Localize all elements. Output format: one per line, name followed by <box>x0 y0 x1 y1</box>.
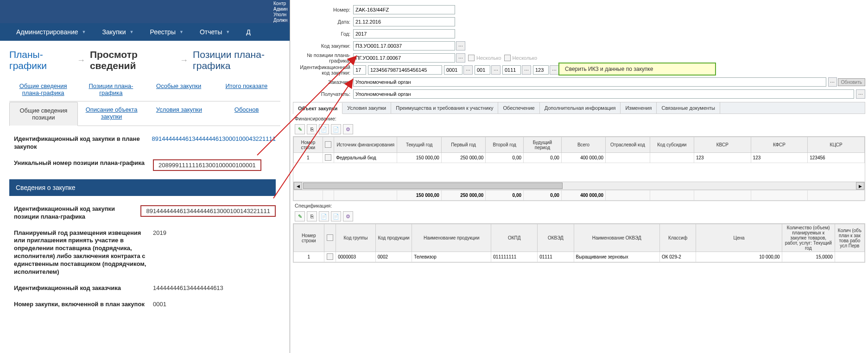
label-unique-num: Уникальный номер позиции плана-графика <box>14 159 153 171</box>
totals-row: 150 000,00 250 000,00 0,00 0,00 400 000,… <box>294 190 865 201</box>
row-checkbox[interactable] <box>327 253 333 260</box>
position-tabs: Общие сведения позиции Описание объекта … <box>9 101 280 126</box>
tab-justification[interactable]: Обоснов <box>213 101 280 126</box>
tab-positions[interactable]: Позиции плана-графика <box>77 78 145 101</box>
tab-changes[interactable]: Изменения <box>621 102 657 113</box>
horizontal-scrollbar[interactable]: ◀ ▶ <box>293 182 865 190</box>
lookup-icon[interactable]: ⋯ <box>522 65 531 75</box>
lookup-icon[interactable]: ⋯ <box>828 77 837 87</box>
lookup-icon[interactable]: ⋯ <box>456 41 465 50</box>
tab-totals[interactable]: Итого показате <box>213 78 280 101</box>
customer-field[interactable] <box>353 77 826 87</box>
purchase-code-field[interactable] <box>353 41 455 50</box>
doc-icon[interactable]: 📄 <box>331 124 341 134</box>
menu-otchety[interactable]: Отчеты▼ <box>200 28 230 36</box>
date-field[interactable] <box>353 17 455 26</box>
scroll-left-icon[interactable]: ◀ <box>294 182 302 189</box>
section-purchase-info: Сведения о закупке <box>9 179 276 196</box>
value-purchase-num: 0001 <box>153 301 166 309</box>
scroll-right-icon[interactable]: ▶ <box>856 182 864 189</box>
col-industry: Отраслевой код <box>606 137 650 153</box>
ikz-part-6[interactable] <box>533 65 549 75</box>
financing-title: Финансирование: <box>293 114 865 122</box>
chevron-down-icon: ▼ <box>129 30 133 34</box>
lookup-icon[interactable]: ⋯ <box>463 65 473 75</box>
label-recipient: Получатель: <box>293 91 353 97</box>
menu-more[interactable]: Д <box>246 28 250 36</box>
tab-general-position[interactable]: Общие сведения позиции <box>9 102 78 126</box>
ikz-part-3[interactable] <box>444 65 463 75</box>
lookup-icon[interactable]: ⋯ <box>456 53 465 63</box>
scroll-thumb[interactable] <box>303 183 563 189</box>
doc-icon[interactable]: 📄 <box>331 211 341 221</box>
menu-reestry[interactable]: Реестры▼ <box>150 28 183 36</box>
label-number: Номер: <box>293 7 353 13</box>
col-total: Всего <box>561 137 605 153</box>
gear-icon[interactable]: ⚙ <box>343 211 353 221</box>
doc-icon[interactable]: 📄 <box>319 124 329 134</box>
spec-title: Спецификация: <box>293 201 865 209</box>
value-unique-num: 20899911111161300100000100001 <box>153 159 261 171</box>
menu-admin[interactable]: Администрирование▼ <box>16 28 86 36</box>
user-info-strip: Контр Админ Уполн Должн <box>0 0 290 23</box>
tab-general-plan[interactable]: Общие сведения плана-графика <box>9 78 77 101</box>
tab-object-desc[interactable]: Описание объекта закупки <box>78 101 146 126</box>
col-okved-name: Наименование ОКВЭД <box>574 224 659 252</box>
refresh-button[interactable]: Обновить <box>838 78 865 86</box>
lookup-icon[interactable]: ⋯ <box>856 89 865 99</box>
value-planned-year: 2019 <box>153 229 166 276</box>
col-product-code: Код продукции <box>375 224 412 252</box>
tab-special[interactable]: Особые закупки <box>145 78 213 101</box>
edit-icon[interactable]: ✎ <box>295 211 305 221</box>
chevron-down-icon: ▼ <box>226 30 230 34</box>
label-purchase-code: Код закупки: <box>293 43 353 49</box>
spec-grid: Номер строки Код группы Код продукции На… <box>293 223 865 263</box>
position-num-field[interactable] <box>353 53 455 63</box>
recipient-field[interactable] <box>353 89 854 99</box>
table-row[interactable]: 1 Федеральный бюд 150 000,00 250 000,00 … <box>294 153 865 163</box>
tab-security[interactable]: Обеспечение <box>498 102 539 113</box>
chevron-down-icon: ▼ <box>179 30 184 34</box>
tab-related-docs[interactable]: Связанные документы <box>657 102 720 113</box>
col-current-year: Текущий год <box>397 137 441 153</box>
col-okved: ОКВЭД <box>538 224 574 252</box>
ikz-part-1[interactable] <box>353 65 366 75</box>
gear-icon[interactable]: ⚙ <box>343 124 353 134</box>
multi-checkbox-2[interactable]: Несколько <box>504 55 538 61</box>
number-field[interactable] <box>353 5 455 14</box>
edit-icon[interactable]: ✎ <box>295 124 305 134</box>
copy-icon[interactable]: ⎘ <box>307 211 317 221</box>
ikz-part-4[interactable] <box>475 65 490 75</box>
select-all-checkbox[interactable] <box>327 234 333 241</box>
breadcrumb-view: Просмотр сведений <box>90 49 175 71</box>
breadcrumb-plans[interactable]: Планы-графики <box>9 49 72 71</box>
financing-grid: Номер строки Источник финансирования Тек… <box>293 136 865 201</box>
financing-toolbar: ✎ ⎘ 📄 📄 ⚙ <box>293 122 865 136</box>
year-field[interactable] <box>353 29 455 38</box>
value-ikz-plan[interactable]: 8914444444613444444613000100043221111 <box>152 135 276 151</box>
tab-conditions[interactable]: Условия закупки <box>342 102 391 113</box>
ikz-part-2[interactable] <box>368 65 442 75</box>
col-classifier: Классиф <box>659 224 696 252</box>
col-kfsr: КФСР <box>751 137 808 153</box>
multi-checkbox-1[interactable]: Несколько <box>468 55 501 61</box>
lookup-icon[interactable]: ⋯ <box>550 65 559 75</box>
menu-zakupki[interactable]: Закупки▼ <box>102 28 133 36</box>
col-product-name: Наименование продукции <box>412 224 491 252</box>
lookup-icon[interactable]: ⋯ <box>491 65 501 75</box>
tab-object[interactable]: Объект закупки <box>293 103 342 114</box>
col-row-num: Номер строки <box>294 137 323 153</box>
row-checkbox[interactable] <box>325 154 331 161</box>
table-row[interactable]: 1 0000003 0002 Телевизор 011111111 01111… <box>294 252 865 262</box>
col-qty-current: Количество (объем) планируемых к закупке… <box>782 224 835 252</box>
tab-conditions[interactable]: Условия закупки <box>146 101 213 126</box>
plan-tabs: Общие сведения плана-графика Позиции пла… <box>9 78 280 101</box>
tab-additional[interactable]: Дополнительная информация <box>540 102 621 113</box>
select-all-checkbox[interactable] <box>325 141 331 148</box>
doc-icon[interactable]: 📄 <box>319 211 329 221</box>
chevron-down-icon: ▼ <box>82 30 86 34</box>
copy-icon[interactable]: ⎘ <box>307 124 317 134</box>
ikz-part-5[interactable] <box>502 65 521 75</box>
col-kvsr: КВСР <box>694 137 751 153</box>
tab-requirements[interactable]: Преимущества и требования к участнику <box>391 102 498 113</box>
